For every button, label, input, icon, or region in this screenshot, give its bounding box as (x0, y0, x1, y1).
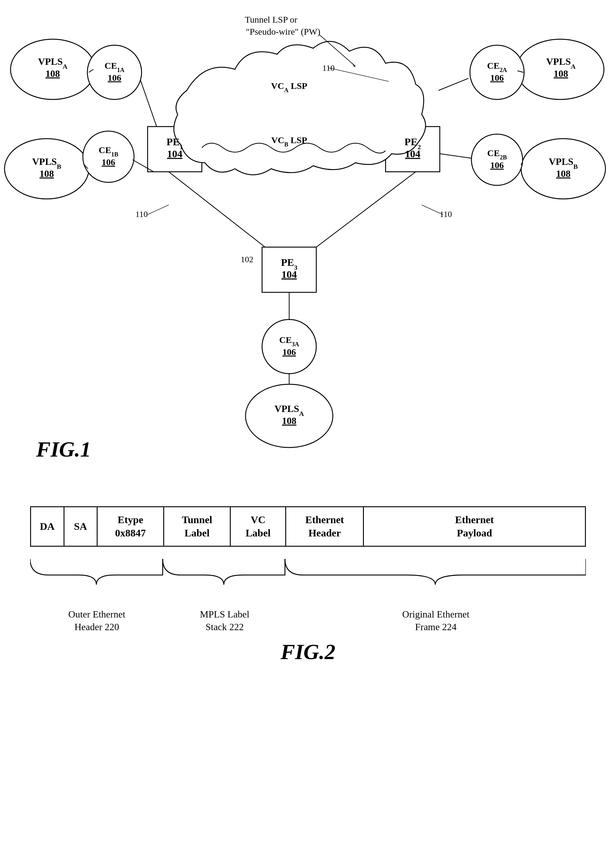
svg-rect-4 (148, 127, 202, 172)
fig1-label: FIG.1 (36, 437, 91, 462)
svg-point-0 (11, 39, 95, 99)
svg-line-21 (169, 172, 265, 247)
svg-text:CE2B: CE2B (487, 148, 507, 161)
svg-line-62 (328, 68, 388, 81)
cell-da: DA (31, 507, 64, 546)
label-mpls-stack: MPLS LabelStack 222 (163, 608, 286, 633)
svg-text:VPLSA: VPLSA (274, 403, 304, 417)
label-outer-ethernet: Outer EthernetHeader 220 (30, 608, 163, 633)
svg-text:CE1A: CE1A (105, 61, 125, 73)
svg-rect-6 (262, 247, 316, 292)
svg-text:CE3A: CE3A (279, 335, 299, 348)
svg-text:VPLSA: VPLSA (546, 56, 576, 70)
svg-text:110: 110 (322, 63, 335, 72)
svg-text:VPLSB: VPLSB (32, 156, 61, 170)
fig1-diagram-svg: VPLSA 108 CE1A 106 VPLSB 108 CE1B 106 PE… (0, 0, 616, 482)
svg-line-58 (148, 205, 169, 214)
svg-text:108: 108 (556, 168, 570, 179)
svg-line-60 (422, 205, 443, 214)
fig1-area: VPLSA 108 CE1A 106 VPLSB 108 CE1B 106 PE… (0, 0, 616, 482)
cell-sa: SA (64, 507, 97, 546)
brace-labels: Outer EthernetHeader 220 MPLS LabelStack… (30, 608, 586, 633)
svg-point-12 (245, 384, 333, 447)
svg-line-18 (517, 71, 523, 72)
svg-text:PE1: PE1 (167, 136, 183, 151)
frame-table-wrapper: DA SA Etype0x8847 TunnelLabel VCLabel Et… (30, 506, 586, 547)
svg-rect-5 (385, 127, 440, 172)
svg-line-13 (89, 69, 93, 72)
svg-text:"Pseudo-wire" (PW): "Pseudo-wire" (PW) (246, 27, 321, 37)
svg-text:108: 108 (39, 168, 54, 179)
svg-text:VPLSB: VPLSB (549, 156, 578, 170)
svg-text:106: 106 (283, 347, 296, 357)
svg-line-55 (319, 35, 355, 66)
cell-ethernet-header: EthernetHeader (286, 507, 364, 546)
frame-format-table: DA SA Etype0x8847 TunnelLabel VCLabel Et… (30, 506, 586, 547)
svg-text:102: 102 (241, 255, 253, 264)
svg-text:PE2: PE2 (405, 136, 421, 151)
svg-text:104: 104 (405, 148, 421, 159)
label-original-ethernet: Original EthernetFrame 224 (286, 608, 586, 633)
svg-line-15 (84, 164, 88, 169)
svg-text:104: 104 (282, 269, 297, 280)
svg-text:PE3: PE3 (281, 257, 297, 271)
svg-line-19 (440, 154, 471, 158)
svg-line-14 (140, 80, 157, 127)
svg-text:108: 108 (282, 415, 296, 426)
cell-tunnel-label: TunnelLabel (164, 507, 231, 546)
svg-line-22 (316, 172, 416, 247)
svg-point-8 (470, 45, 524, 99)
svg-text:106: 106 (490, 72, 504, 83)
svg-text:110: 110 (135, 209, 148, 219)
svg-marker-56 (352, 63, 355, 67)
cell-ethernet-payload: EthernetPayload (364, 507, 586, 546)
svg-text:VCA LSP: VCA LSP (271, 81, 307, 93)
cell-vc-label: VCLabel (231, 507, 286, 546)
svg-line-20 (521, 163, 522, 165)
svg-point-2 (5, 139, 89, 199)
svg-point-1 (87, 45, 141, 99)
svg-text:CE1B: CE1B (99, 145, 118, 157)
svg-text:VPLSA: VPLSA (38, 56, 68, 70)
svg-text:VCB LSP: VCB LSP (271, 135, 307, 148)
fig2-area: DA SA Etype0x8847 TunnelLabel VCLabel Et… (0, 488, 616, 683)
svg-text:110: 110 (440, 209, 452, 219)
svg-point-9 (521, 139, 605, 199)
fig2-label: FIG.2 (30, 639, 586, 664)
svg-text:106: 106 (108, 72, 121, 83)
svg-text:108: 108 (46, 68, 60, 79)
svg-text:106: 106 (490, 160, 504, 170)
svg-point-11 (262, 320, 316, 374)
braces-svg (30, 556, 586, 604)
svg-line-16 (132, 160, 154, 172)
cell-etype: Etype0x8847 (97, 507, 164, 546)
svg-point-7 (517, 39, 604, 99)
svg-text:106: 106 (102, 157, 115, 167)
svg-text:CE2A: CE2A (487, 61, 507, 73)
svg-text:Tunnel LSP or: Tunnel LSP or (245, 14, 298, 24)
svg-point-10 (471, 134, 523, 185)
svg-point-3 (83, 131, 134, 182)
svg-text:108: 108 (554, 68, 568, 79)
svg-line-17 (438, 78, 468, 90)
svg-text:104: 104 (167, 148, 182, 159)
